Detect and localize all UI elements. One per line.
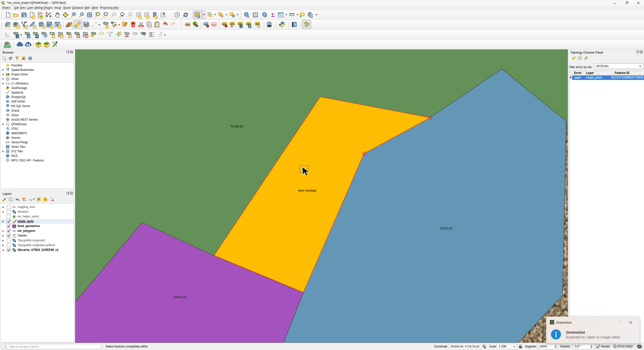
svg-text:TC08-01: TC08-01 xyxy=(230,124,244,128)
svg-text:VA01-03: VA01-03 xyxy=(173,295,186,299)
svg-text:a: a xyxy=(50,14,51,18)
svg-text:ikke kartlagt: ikke kartlagt xyxy=(298,189,316,192)
svg-text:TC02-01: TC02-01 xyxy=(439,227,453,230)
